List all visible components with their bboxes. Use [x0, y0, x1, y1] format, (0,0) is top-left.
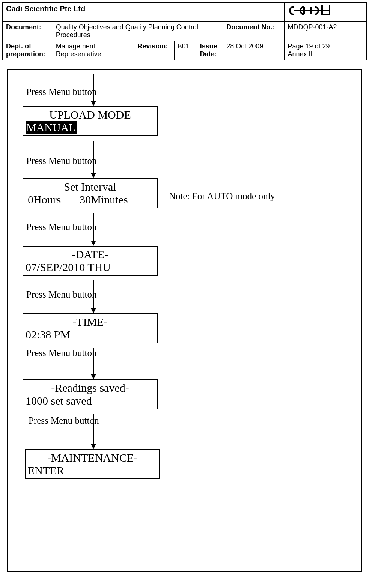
- step-label: Press Menu button: [26, 87, 97, 97]
- dept-label: Dept. of preparation:: [3, 41, 53, 60]
- dept-value: Management Representative: [53, 41, 134, 60]
- screen-upload-mode: UPLOAD MODE MANUAL: [23, 106, 158, 136]
- interval-hours: 0Hours: [28, 193, 61, 206]
- arrow-head-icon: [91, 444, 96, 449]
- screen-title: -MAINTENANCE-: [28, 451, 157, 464]
- svg-rect-3: [321, 5, 323, 15]
- screen-value: ENTER: [28, 464, 157, 477]
- step-label: Press Menu button: [26, 348, 97, 358]
- step-label: Press Menu button: [26, 289, 97, 300]
- screen-value: 07/SEP/2010 THU: [26, 261, 155, 274]
- screen-title: -DATE-: [26, 248, 155, 261]
- document-label: Document:: [3, 22, 53, 41]
- screen-time: -TIME- 02:38 PM: [23, 313, 158, 343]
- step-label: Press Menu button: [29, 415, 99, 426]
- company-name: Cadi Scientific Pte Ltd: [3, 3, 285, 22]
- auto-mode-note: Note: For AUTO mode only: [169, 191, 275, 202]
- step-label: Press Menu button: [26, 222, 97, 232]
- document-header-table: Cadi Scientific Pte Ltd Document: Qualit…: [3, 3, 366, 60]
- document-no-label: Document No.:: [223, 22, 285, 41]
- screen-value: 1000 set saved: [26, 394, 155, 407]
- revision-label: Revision:: [134, 41, 175, 60]
- page-border: Cadi Scientific Pte Ltd Document: Qualit…: [2, 2, 367, 60]
- annex-label: Annex II: [288, 50, 312, 58]
- document-no-value: MDDQP-001-A2: [285, 22, 366, 41]
- arrow-head-icon: [91, 374, 96, 379]
- interval-minutes: 30Minutes: [80, 193, 128, 206]
- screen-set-interval: Set Interval 0Hours 30Minutes: [23, 178, 158, 208]
- content-border: Press Menu button UPLOAD MODE MANUAL Pre…: [7, 69, 362, 572]
- arrow-head-icon: [91, 241, 96, 246]
- screen-maintenance: -MAINTENANCE- ENTER: [25, 449, 160, 479]
- screen-title: UPLOAD MODE: [26, 108, 155, 121]
- screen-title: Set Interval: [26, 180, 155, 193]
- arrow-head-icon: [91, 101, 96, 106]
- screen-date: -DATE- 07/SEP/2010 THU: [23, 246, 158, 276]
- page-number: Page 19 of 29: [288, 42, 330, 50]
- svg-rect-5: [329, 5, 330, 15]
- issue-date-label: Issue Date:: [197, 41, 223, 60]
- step-label: Press Menu button: [26, 156, 97, 166]
- revision-value: B01: [174, 41, 197, 60]
- screen-value: 02:38 PM: [26, 328, 155, 341]
- document-title: Quality Objectives and Quality Planning …: [53, 22, 223, 41]
- page-info: Page 19 of 29 Annex II: [285, 41, 366, 60]
- screen-value-highlight: MANUAL: [26, 121, 77, 134]
- cadi-logo-icon: [288, 5, 336, 18]
- screen-title: -Readings saved-: [26, 382, 155, 394]
- arrow-head-icon: [91, 308, 96, 313]
- logo-cell: [285, 3, 366, 22]
- arrow-head-icon: [91, 173, 96, 178]
- screen-title: -TIME-: [26, 316, 155, 328]
- issue-date-value: 28 Oct 2009: [223, 41, 285, 60]
- screen-readings-saved: -Readings saved- 1000 set saved: [23, 379, 158, 409]
